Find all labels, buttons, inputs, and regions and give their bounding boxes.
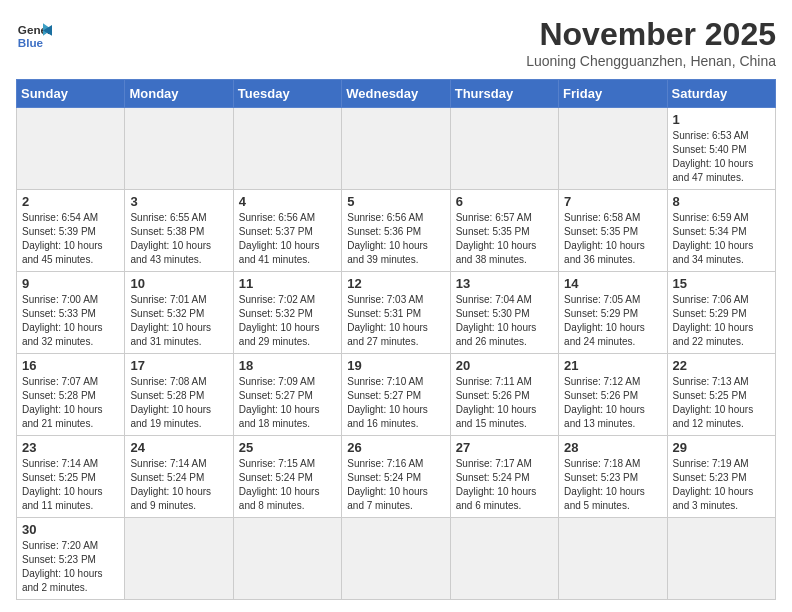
weekday-header-tuesday: Tuesday: [233, 80, 341, 108]
day-number: 2: [22, 194, 119, 209]
calendar-cell: 30Sunrise: 7:20 AM Sunset: 5:23 PM Dayli…: [17, 518, 125, 600]
calendar-cell: 5Sunrise: 6:56 AM Sunset: 5:36 PM Daylig…: [342, 190, 450, 272]
day-info: Sunrise: 7:05 AM Sunset: 5:29 PM Dayligh…: [564, 293, 661, 349]
calendar-cell: 20Sunrise: 7:11 AM Sunset: 5:26 PM Dayli…: [450, 354, 558, 436]
calendar-cell: 26Sunrise: 7:16 AM Sunset: 5:24 PM Dayli…: [342, 436, 450, 518]
calendar-cell: 11Sunrise: 7:02 AM Sunset: 5:32 PM Dayli…: [233, 272, 341, 354]
calendar-cell: 23Sunrise: 7:14 AM Sunset: 5:25 PM Dayli…: [17, 436, 125, 518]
calendar-cell: [559, 108, 667, 190]
day-info: Sunrise: 7:13 AM Sunset: 5:25 PM Dayligh…: [673, 375, 770, 431]
day-info: Sunrise: 7:10 AM Sunset: 5:27 PM Dayligh…: [347, 375, 444, 431]
calendar-cell: [17, 108, 125, 190]
logo: General Blue: [16, 16, 52, 52]
day-info: Sunrise: 6:57 AM Sunset: 5:35 PM Dayligh…: [456, 211, 553, 267]
calendar-cell: 1Sunrise: 6:53 AM Sunset: 5:40 PM Daylig…: [667, 108, 775, 190]
day-number: 5: [347, 194, 444, 209]
day-info: Sunrise: 7:14 AM Sunset: 5:24 PM Dayligh…: [130, 457, 227, 513]
day-info: Sunrise: 6:58 AM Sunset: 5:35 PM Dayligh…: [564, 211, 661, 267]
day-info: Sunrise: 7:02 AM Sunset: 5:32 PM Dayligh…: [239, 293, 336, 349]
calendar-cell: 3Sunrise: 6:55 AM Sunset: 5:38 PM Daylig…: [125, 190, 233, 272]
calendar-cell: 27Sunrise: 7:17 AM Sunset: 5:24 PM Dayli…: [450, 436, 558, 518]
calendar-week-2: 2Sunrise: 6:54 AM Sunset: 5:39 PM Daylig…: [17, 190, 776, 272]
day-info: Sunrise: 7:18 AM Sunset: 5:23 PM Dayligh…: [564, 457, 661, 513]
day-info: Sunrise: 7:15 AM Sunset: 5:24 PM Dayligh…: [239, 457, 336, 513]
day-number: 15: [673, 276, 770, 291]
day-info: Sunrise: 6:56 AM Sunset: 5:37 PM Dayligh…: [239, 211, 336, 267]
day-info: Sunrise: 7:14 AM Sunset: 5:25 PM Dayligh…: [22, 457, 119, 513]
day-info: Sunrise: 6:56 AM Sunset: 5:36 PM Dayligh…: [347, 211, 444, 267]
day-info: Sunrise: 7:12 AM Sunset: 5:26 PM Dayligh…: [564, 375, 661, 431]
day-info: Sunrise: 7:16 AM Sunset: 5:24 PM Dayligh…: [347, 457, 444, 513]
weekday-header-saturday: Saturday: [667, 80, 775, 108]
day-number: 6: [456, 194, 553, 209]
day-number: 26: [347, 440, 444, 455]
day-number: 10: [130, 276, 227, 291]
calendar-cell: [450, 108, 558, 190]
calendar-cell: 6Sunrise: 6:57 AM Sunset: 5:35 PM Daylig…: [450, 190, 558, 272]
calendar-week-5: 23Sunrise: 7:14 AM Sunset: 5:25 PM Dayli…: [17, 436, 776, 518]
day-number: 12: [347, 276, 444, 291]
day-info: Sunrise: 7:00 AM Sunset: 5:33 PM Dayligh…: [22, 293, 119, 349]
calendar-cell: 10Sunrise: 7:01 AM Sunset: 5:32 PM Dayli…: [125, 272, 233, 354]
calendar-week-4: 16Sunrise: 7:07 AM Sunset: 5:28 PM Dayli…: [17, 354, 776, 436]
day-info: Sunrise: 7:03 AM Sunset: 5:31 PM Dayligh…: [347, 293, 444, 349]
calendar-cell: [450, 518, 558, 600]
calendar-cell: [125, 108, 233, 190]
day-info: Sunrise: 7:08 AM Sunset: 5:28 PM Dayligh…: [130, 375, 227, 431]
calendar-cell: 13Sunrise: 7:04 AM Sunset: 5:30 PM Dayli…: [450, 272, 558, 354]
calendar-cell: 9Sunrise: 7:00 AM Sunset: 5:33 PM Daylig…: [17, 272, 125, 354]
weekday-header-sunday: Sunday: [17, 80, 125, 108]
day-info: Sunrise: 6:59 AM Sunset: 5:34 PM Dayligh…: [673, 211, 770, 267]
day-number: 1: [673, 112, 770, 127]
day-number: 29: [673, 440, 770, 455]
day-number: 23: [22, 440, 119, 455]
calendar-cell: 21Sunrise: 7:12 AM Sunset: 5:26 PM Dayli…: [559, 354, 667, 436]
location: Luoning Chengguanzhen, Henan, China: [526, 53, 776, 69]
page-header: General Blue November 2025 Luoning Cheng…: [16, 16, 776, 69]
day-number: 9: [22, 276, 119, 291]
calendar-cell: 15Sunrise: 7:06 AM Sunset: 5:29 PM Dayli…: [667, 272, 775, 354]
calendar-cell: [342, 518, 450, 600]
calendar-cell: 7Sunrise: 6:58 AM Sunset: 5:35 PM Daylig…: [559, 190, 667, 272]
calendar-cell: 17Sunrise: 7:08 AM Sunset: 5:28 PM Dayli…: [125, 354, 233, 436]
calendar-cell: [342, 108, 450, 190]
day-number: 22: [673, 358, 770, 373]
day-number: 27: [456, 440, 553, 455]
calendar-cell: 8Sunrise: 6:59 AM Sunset: 5:34 PM Daylig…: [667, 190, 775, 272]
day-info: Sunrise: 7:06 AM Sunset: 5:29 PM Dayligh…: [673, 293, 770, 349]
day-info: Sunrise: 6:54 AM Sunset: 5:39 PM Dayligh…: [22, 211, 119, 267]
calendar-cell: 24Sunrise: 7:14 AM Sunset: 5:24 PM Dayli…: [125, 436, 233, 518]
calendar-week-3: 9Sunrise: 7:00 AM Sunset: 5:33 PM Daylig…: [17, 272, 776, 354]
day-number: 28: [564, 440, 661, 455]
day-info: Sunrise: 7:07 AM Sunset: 5:28 PM Dayligh…: [22, 375, 119, 431]
day-number: 11: [239, 276, 336, 291]
day-info: Sunrise: 7:17 AM Sunset: 5:24 PM Dayligh…: [456, 457, 553, 513]
calendar-cell: 28Sunrise: 7:18 AM Sunset: 5:23 PM Dayli…: [559, 436, 667, 518]
day-number: 17: [130, 358, 227, 373]
day-number: 7: [564, 194, 661, 209]
day-info: Sunrise: 7:19 AM Sunset: 5:23 PM Dayligh…: [673, 457, 770, 513]
calendar-cell: 29Sunrise: 7:19 AM Sunset: 5:23 PM Dayli…: [667, 436, 775, 518]
calendar-cell: [559, 518, 667, 600]
title-block: November 2025 Luoning Chengguanzhen, Hen…: [526, 16, 776, 69]
day-number: 8: [673, 194, 770, 209]
day-number: 30: [22, 522, 119, 537]
day-info: Sunrise: 7:11 AM Sunset: 5:26 PM Dayligh…: [456, 375, 553, 431]
day-number: 19: [347, 358, 444, 373]
day-number: 4: [239, 194, 336, 209]
day-info: Sunrise: 7:20 AM Sunset: 5:23 PM Dayligh…: [22, 539, 119, 595]
calendar-week-1: 1Sunrise: 6:53 AM Sunset: 5:40 PM Daylig…: [17, 108, 776, 190]
weekday-header-friday: Friday: [559, 80, 667, 108]
calendar-cell: 14Sunrise: 7:05 AM Sunset: 5:29 PM Dayli…: [559, 272, 667, 354]
calendar-cell: [233, 108, 341, 190]
day-info: Sunrise: 6:53 AM Sunset: 5:40 PM Dayligh…: [673, 129, 770, 185]
calendar-cell: [667, 518, 775, 600]
calendar-cell: 22Sunrise: 7:13 AM Sunset: 5:25 PM Dayli…: [667, 354, 775, 436]
calendar-cell: [233, 518, 341, 600]
day-info: Sunrise: 6:55 AM Sunset: 5:38 PM Dayligh…: [130, 211, 227, 267]
calendar-cell: [125, 518, 233, 600]
logo-icon: General Blue: [16, 16, 52, 52]
weekday-header-monday: Monday: [125, 80, 233, 108]
day-number: 20: [456, 358, 553, 373]
day-info: Sunrise: 7:04 AM Sunset: 5:30 PM Dayligh…: [456, 293, 553, 349]
